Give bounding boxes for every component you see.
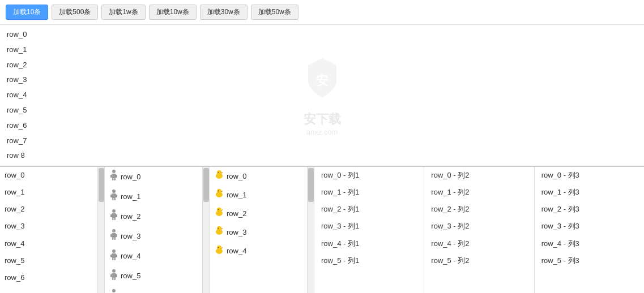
toolbar-btn-load30w[interactable]: 加载30w条	[200, 5, 248, 20]
list-item: row_5	[105, 266, 202, 286]
svg-rect-3	[110, 175, 112, 178]
duck-icon	[214, 225, 224, 239]
list-item: row_3	[210, 223, 307, 242]
list-item-text: row_3	[121, 230, 140, 243]
panel-3-scrollbar-thumb[interactable]	[308, 168, 314, 202]
svg-rect-15	[110, 214, 112, 217]
svg-rect-5	[112, 178, 114, 180]
svg-rect-23	[112, 238, 114, 240]
list-item: row_2	[105, 206, 202, 226]
svg-rect-12	[114, 198, 116, 200]
duck-icon	[214, 188, 224, 202]
list-item: row_3 - 列2	[424, 218, 534, 235]
svg-point-37	[112, 289, 116, 292]
list-item: row_0 - 列1	[314, 167, 424, 184]
top-list-item: row_7	[0, 133, 644, 149]
svg-rect-14	[112, 213, 116, 218]
toolbar-btn-load10w[interactable]: 加载10w条	[149, 5, 197, 20]
svg-rect-16	[116, 214, 117, 217]
svg-rect-11	[112, 198, 114, 200]
svg-point-60	[217, 245, 221, 250]
svg-marker-49	[221, 191, 223, 192]
duck-icon	[214, 244, 224, 258]
svg-point-62	[218, 247, 219, 248]
svg-marker-53	[221, 209, 223, 211]
main-content: row_0row_1row_2row_3row_4row_5row_6row_7…	[0, 25, 644, 293]
svg-point-19	[112, 229, 116, 232]
list-item: row_1	[0, 184, 97, 201]
data-col-1: row_0 - 列1row_1 - 列1row_2 - 列1row_3 - 列1…	[314, 167, 424, 293]
data-col-2: row_0 - 列2row_1 - 列2row_2 - 列2row_3 - 列2…	[424, 167, 534, 293]
svg-point-54	[218, 209, 219, 210]
duck-icon	[214, 169, 224, 183]
list-item: row_6	[0, 269, 97, 286]
data-col-3: row_0 - 列3row_1 - 列3row_2 - 列3row_3 - 列3…	[535, 167, 644, 293]
figure-icon	[109, 249, 118, 264]
top-list-item: row 8	[0, 148, 644, 163]
svg-point-58	[218, 228, 219, 229]
svg-rect-4	[116, 175, 117, 178]
svg-marker-61	[221, 247, 223, 249]
list-item: row_1	[105, 187, 202, 206]
list-item: row_4 - 列3	[535, 235, 644, 252]
panel-3-inner: row_0 row_1 row_2 row_3 row_4	[210, 167, 314, 293]
panel-1-scrollbar[interactable]	[97, 167, 104, 293]
svg-rect-28	[116, 255, 117, 257]
panel-3-scrollbar[interactable]	[307, 167, 314, 293]
top-list-item: row_3	[0, 72, 644, 88]
list-item-text: row_4	[227, 245, 246, 257]
panel-2-scrollbar[interactable]	[202, 167, 209, 293]
svg-rect-9	[110, 195, 112, 197]
list-item-text: row_3	[227, 226, 246, 239]
top-list-item: row_1	[0, 42, 644, 58]
svg-rect-34	[116, 274, 117, 277]
panel-3-list: row_0 row_1 row_2 row_3 row_4	[210, 167, 307, 293]
list-item: row_1 - 列3	[535, 184, 644, 201]
svg-rect-24	[114, 238, 116, 240]
top-list-item: row_4	[0, 88, 644, 103]
panel-2-scrollbar-thumb[interactable]	[203, 168, 209, 202]
list-item: row_1	[210, 186, 307, 204]
toolbar-btn-load1w[interactable]: 加载1w条	[101, 5, 145, 20]
top-list-item: row_0	[0, 27, 644, 42]
svg-marker-45	[221, 172, 223, 174]
list-item: row_4	[0, 235, 97, 252]
svg-marker-57	[221, 228, 223, 230]
panel-2-list: row_0 row_1 row_2 row_3	[105, 167, 202, 293]
list-item: row_2 - 列2	[424, 201, 534, 218]
svg-rect-29	[112, 258, 114, 260]
panel-2-inner: row_0 row_1 row_2 row_3	[105, 167, 209, 293]
list-item: row_3	[0, 218, 97, 235]
data-col-2-list: row_0 - 列2row_1 - 列2row_2 - 列2row_3 - 列2…	[424, 167, 534, 269]
toolbar-btn-load50w[interactable]: 加载50w条	[251, 5, 298, 20]
svg-rect-17	[112, 218, 114, 220]
svg-point-7	[112, 189, 116, 193]
list-item: row_3 - 列1	[314, 218, 424, 235]
svg-point-48	[217, 189, 221, 193]
svg-rect-8	[112, 193, 116, 198]
list-item: row_2 - 列3	[535, 201, 644, 218]
figure-icon	[109, 288, 118, 293]
svg-rect-33	[110, 274, 112, 277]
svg-point-56	[217, 226, 221, 231]
duck-icon	[214, 206, 224, 221]
toolbar-btn-load500[interactable]: 加载500条	[52, 5, 98, 20]
svg-point-52	[217, 208, 221, 212]
list-item: row_4	[210, 242, 307, 261]
list-item: row_0	[210, 167, 307, 186]
svg-rect-27	[110, 255, 112, 257]
svg-rect-32	[112, 273, 116, 278]
panel-1: row_0row_1row_2row_3row_4row_5row_6	[0, 167, 105, 293]
top-list: row_0row_1row_2row_3row_4row_5row_6row_7…	[0, 27, 644, 163]
top-list-item: row_2	[0, 58, 644, 73]
list-item: row_4 - 列1	[314, 235, 424, 252]
list-item: row_3 - 列3	[535, 218, 644, 235]
svg-rect-6	[114, 178, 116, 180]
toolbar-btn-load10[interactable]: 加载10条	[6, 5, 48, 20]
svg-point-13	[112, 209, 116, 213]
list-item: row_3	[105, 226, 202, 246]
panel-3: row_0 row_1 row_2 row_3 row_4	[210, 167, 314, 293]
list-item-text: row_1	[227, 189, 246, 201]
panel-1-scrollbar-thumb[interactable]	[99, 168, 104, 202]
svg-rect-2	[112, 174, 116, 178]
